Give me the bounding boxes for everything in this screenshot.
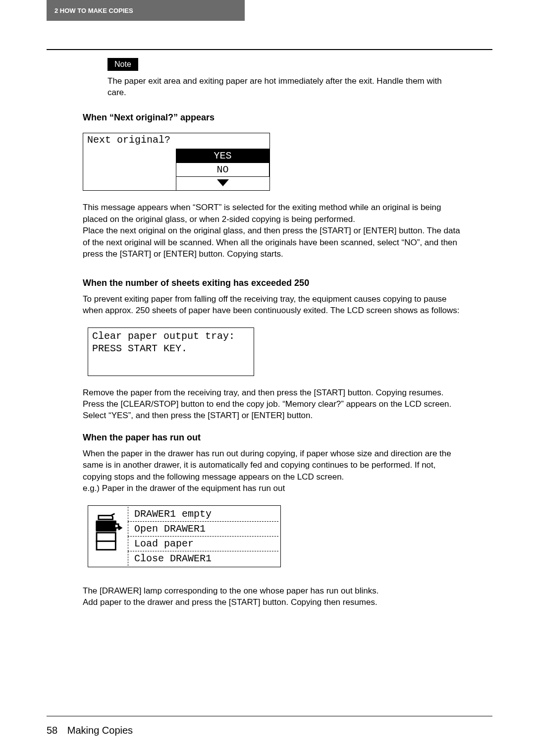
para-sheets-exceeded: Remove the paper from the receiving tray… — [83, 387, 461, 422]
para-paper-out: The [DRAWER] lamp corresponding to the o… — [83, 585, 461, 608]
footer-title: Making Copies — [67, 725, 133, 736]
intro-sheets-exceeded: To prevent exiting paper from falling of… — [83, 293, 461, 317]
lcd-drawer-line2: Open DRAWER1 — [128, 522, 278, 537]
page-footer: 58 Making Copies — [47, 725, 133, 736]
page-content: Note The paper exit area and exiting pap… — [83, 58, 461, 608]
bottom-rule — [47, 716, 492, 716]
arrow-down-icon — [217, 179, 229, 186]
svg-rect-4 — [97, 541, 115, 550]
lcd-prompt: Next original? — [83, 133, 269, 149]
top-rule — [47, 49, 492, 50]
svg-rect-3 — [97, 533, 115, 541]
heading-paper-out: When the paper has run out — [83, 432, 461, 443]
chapter-tab: 2 HOW TO MAKE COPIES — [47, 0, 245, 21]
page-number: 58 — [47, 725, 57, 736]
lcd-drawer-line4: Close DRAWER1 — [128, 551, 278, 566]
printer-drawers-icon — [93, 512, 123, 560]
lcd-clear-tray: Clear paper output tray: PRESS START KEY… — [88, 327, 254, 376]
heading-next-original: When “Next original?” appears — [83, 112, 461, 123]
lcd-options-table: YES NO — [83, 149, 269, 191]
note-badge: Note — [107, 58, 138, 71]
svg-rect-2 — [114, 524, 118, 528]
heading-sheets-exceeded: When the number of sheets exiting has ex… — [83, 278, 461, 288]
lcd-arrow-cell[interactable] — [176, 176, 269, 190]
lcd-clear-line2: PRESS START KEY. — [92, 342, 250, 355]
svg-rect-1 — [97, 522, 115, 530]
lcd-clear-line1: Clear paper output tray: — [92, 330, 250, 342]
lcd-option-yes[interactable]: YES — [176, 149, 269, 162]
lcd-drawer-empty: DRAWER1 empty Open DRAWER1 Load paper Cl… — [88, 505, 281, 567]
note-text: The paper exit area and exiting paper ar… — [107, 76, 461, 99]
lcd-drawer-line3: Load paper — [128, 537, 278, 551]
intro-paper-out: When the paper in the drawer has run out… — [83, 448, 461, 494]
lcd-next-original: Next original? YES NO — [83, 133, 270, 191]
lcd-drawer-line1: DRAWER1 empty — [128, 507, 278, 522]
lcd-option-no[interactable]: NO — [176, 162, 269, 176]
para-next-original: This message appears when “SORT” is sele… — [83, 202, 461, 260]
